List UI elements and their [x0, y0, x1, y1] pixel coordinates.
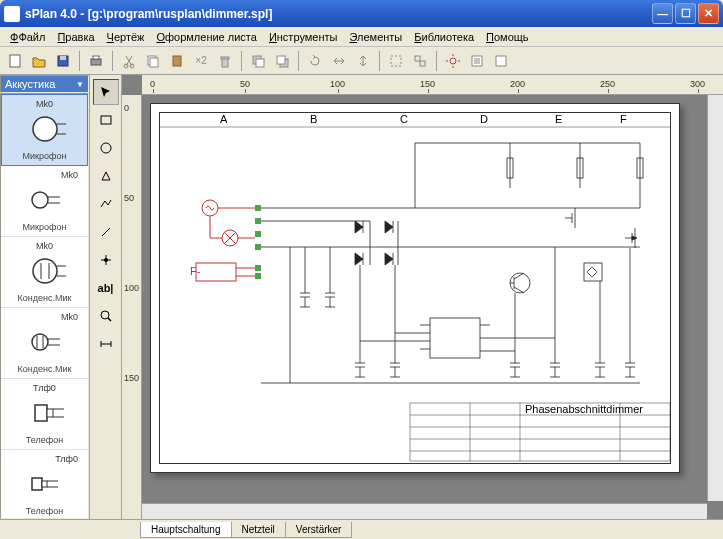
- svg-rect-8: [150, 58, 158, 67]
- component-item[interactable]: Тлф0 Телефон: [1, 450, 88, 519]
- drawing-frame: A B C D E F: [159, 112, 671, 464]
- zoom-tool[interactable]: [93, 303, 119, 329]
- node-tool[interactable]: [93, 247, 119, 273]
- schematic-svg: A B C D E F: [160, 113, 670, 463]
- svg-rect-21: [496, 56, 506, 66]
- svg-line-48: [102, 228, 110, 236]
- text-tool[interactable]: ab|: [93, 275, 119, 301]
- close-button[interactable]: ✕: [698, 3, 719, 24]
- layers-button[interactable]: [490, 50, 512, 72]
- svg-rect-42: [32, 478, 42, 490]
- svg-point-25: [32, 192, 48, 208]
- sheet-tab[interactable]: Hauptschaltung: [140, 522, 232, 538]
- menu-file[interactable]: ФФайл: [4, 29, 51, 44]
- measure-tool[interactable]: [93, 331, 119, 357]
- horizontal-ruler: 0 50 100 150 200 250 300: [142, 75, 723, 95]
- sheet-tabs: Hauptschaltung Netzteil Verstärker: [0, 519, 723, 539]
- ungroup-button[interactable]: [409, 50, 431, 72]
- print-button[interactable]: [85, 50, 107, 72]
- group-button[interactable]: [385, 50, 407, 72]
- menu-elements[interactable]: Элементы: [343, 29, 408, 44]
- svg-text:F: F: [620, 113, 627, 125]
- paste-button[interactable]: [166, 50, 188, 72]
- rectangle-tool[interactable]: [93, 107, 119, 133]
- shape-tool[interactable]: [93, 163, 119, 189]
- component-sidebar: Аккустика▼ Mk0 Микрофон Mk0 Микрофон Mk0…: [0, 75, 90, 519]
- svg-rect-15: [277, 56, 285, 64]
- line-tool[interactable]: [93, 219, 119, 245]
- menu-edit[interactable]: Правка: [51, 29, 100, 44]
- menu-drawing[interactable]: Чертёж: [101, 29, 151, 44]
- bring-front-button[interactable]: [271, 50, 293, 72]
- component-list[interactable]: Mk0 Микрофон Mk0 Микрофон Mk0 Конденс.Ми…: [0, 93, 89, 519]
- sheet-tab[interactable]: Verstärker: [285, 522, 353, 538]
- rotate-button[interactable]: [304, 50, 326, 72]
- svg-text:D: D: [480, 113, 488, 125]
- svg-point-33: [32, 334, 48, 350]
- svg-text:B: B: [310, 113, 317, 125]
- component-item[interactable]: Тлф0 Телефон: [1, 379, 88, 450]
- category-dropdown[interactable]: Аккустика▼: [0, 75, 89, 93]
- title-bar: sPlan 4.0 - [g:\program\rusplan\dimmer.s…: [0, 0, 723, 27]
- component-item[interactable]: Mk0 Конденс.Мик: [1, 237, 88, 308]
- tool-palette: ab|: [90, 75, 122, 519]
- app-icon: [4, 6, 20, 22]
- send-back-button[interactable]: [247, 50, 269, 72]
- copy-button[interactable]: [142, 50, 164, 72]
- properties-button[interactable]: [466, 50, 488, 72]
- pointer-tool[interactable]: [93, 79, 119, 105]
- svg-point-52: [101, 311, 109, 319]
- svg-rect-72: [196, 263, 236, 281]
- svg-text:F-: F-: [190, 265, 201, 277]
- svg-rect-77: [255, 218, 261, 224]
- svg-rect-76: [255, 205, 261, 211]
- svg-text:E: E: [555, 113, 562, 125]
- polyline-tool[interactable]: [93, 191, 119, 217]
- window-title: sPlan 4.0 - [g:\program\rusplan\dimmer.s…: [25, 7, 652, 21]
- flip-h-button[interactable]: [328, 50, 350, 72]
- horizontal-scrollbar[interactable]: [142, 503, 707, 519]
- svg-rect-16: [391, 56, 401, 66]
- svg-rect-79: [255, 244, 261, 250]
- svg-line-53: [108, 318, 111, 321]
- delete-button[interactable]: [214, 50, 236, 72]
- new-button[interactable]: [4, 50, 26, 72]
- component-item[interactable]: Mk0 Микрофон: [1, 166, 88, 237]
- duplicate-button[interactable]: ×2: [190, 50, 212, 72]
- menu-tools[interactable]: Инструменты: [263, 29, 344, 44]
- menu-sheet-design[interactable]: Оформление листа: [150, 29, 262, 44]
- svg-rect-46: [101, 116, 111, 124]
- svg-rect-2: [60, 56, 66, 60]
- svg-point-28: [33, 259, 57, 283]
- svg-point-19: [450, 58, 456, 64]
- menu-bar: ФФайл Правка Чертёж Оформление листа Инс…: [0, 27, 723, 47]
- canvas-viewport[interactable]: A B C D E F: [142, 95, 723, 519]
- svg-rect-11: [221, 57, 229, 59]
- svg-rect-111: [430, 318, 480, 358]
- snap-button[interactable]: [442, 50, 464, 72]
- svg-rect-17: [415, 56, 420, 61]
- svg-rect-38: [35, 405, 47, 421]
- sheet-tab[interactable]: Netzteil: [231, 522, 286, 538]
- vertical-scrollbar[interactable]: [707, 95, 723, 501]
- flip-v-button[interactable]: [352, 50, 374, 72]
- circle-tool[interactable]: [93, 135, 119, 161]
- drawing-page[interactable]: A B C D E F: [150, 103, 680, 473]
- svg-point-47: [101, 143, 111, 153]
- minimize-button[interactable]: —: [652, 3, 673, 24]
- svg-text:C: C: [400, 113, 408, 125]
- component-item[interactable]: Mk0 Конденс.Мик: [1, 308, 88, 379]
- cut-button[interactable]: [118, 50, 140, 72]
- menu-library[interactable]: Библиотека: [408, 29, 480, 44]
- main-area: Аккустика▼ Mk0 Микрофон Mk0 Микрофон Mk0…: [0, 75, 723, 519]
- menu-help[interactable]: Помощь: [480, 29, 535, 44]
- component-item[interactable]: Mk0 Микрофон: [1, 94, 88, 166]
- chevron-down-icon: ▼: [76, 80, 84, 89]
- open-button[interactable]: [28, 50, 50, 72]
- maximize-button[interactable]: ☐: [675, 3, 696, 24]
- svg-point-22: [33, 117, 57, 141]
- svg-rect-13: [256, 59, 264, 67]
- vertical-ruler: 0 50 100 150: [122, 95, 142, 519]
- save-button[interactable]: [52, 50, 74, 72]
- svg-rect-39: [47, 409, 53, 417]
